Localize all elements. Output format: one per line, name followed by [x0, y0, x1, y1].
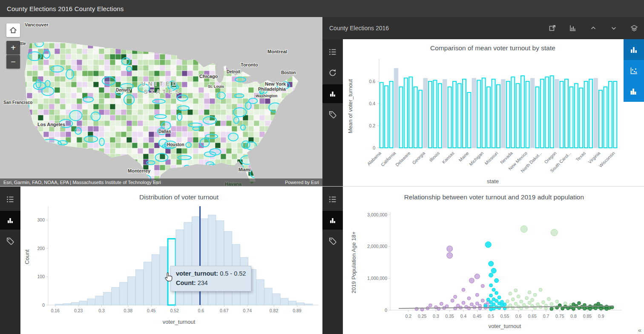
scatter-point[interactable] — [489, 273, 493, 277]
scatter-point[interactable] — [481, 299, 484, 302]
scatter-point[interactable] — [533, 293, 537, 297]
scatter-point[interactable] — [578, 302, 581, 305]
bar-chart-type-button[interactable] — [624, 39, 644, 60]
bar-selected[interactable] — [428, 81, 432, 148]
bar-selected[interactable] — [589, 79, 592, 148]
bar-selected[interactable] — [535, 87, 539, 148]
scatter-point[interactable] — [489, 294, 493, 297]
histogram-chart-type-button[interactable] — [624, 81, 644, 102]
bar-selected[interactable] — [463, 79, 466, 148]
collapse-up-button[interactable] — [589, 23, 598, 33]
bar-selected[interactable] — [492, 79, 495, 148]
scatter-point[interactable] — [528, 291, 531, 294]
bar[interactable] — [264, 288, 272, 305]
tag-button[interactable] — [322, 232, 343, 250]
bar-selected[interactable] — [516, 84, 520, 148]
legend-button[interactable] — [322, 190, 343, 209]
map-panel[interactable]: UNITEDSTATESVancouverSeattleMontrealToro… — [0, 17, 322, 186]
scatter-point[interactable] — [440, 302, 443, 305]
bar[interactable] — [256, 279, 264, 305]
bar-selected[interactable] — [584, 81, 588, 148]
scatter-point[interactable] — [500, 300, 504, 304]
scatter-point[interactable] — [550, 302, 553, 306]
bar[interactable] — [135, 270, 143, 305]
bar-selected[interactable] — [575, 84, 578, 148]
scatter-point[interactable] — [503, 303, 506, 306]
bar-selected[interactable] — [599, 90, 602, 148]
bar[interactable] — [208, 215, 216, 305]
home-button[interactable] — [6, 23, 20, 37]
us-counties-map[interactable]: UNITEDSTATESVancouverSeattleMontrealToro… — [0, 17, 322, 186]
scatter-point[interactable] — [541, 300, 545, 304]
bar[interactable] — [296, 303, 304, 305]
scatter-point[interactable] — [454, 307, 457, 310]
bar[interactable] — [305, 304, 312, 305]
scatter-point[interactable] — [451, 299, 454, 302]
bar[interactable] — [530, 78, 535, 148]
scatter-point[interactable] — [550, 307, 553, 311]
scatter-point[interactable] — [485, 242, 491, 248]
bar[interactable] — [95, 296, 103, 305]
open-chart-window-button[interactable] — [548, 23, 557, 33]
scatter-point[interactable] — [492, 288, 495, 291]
history-button[interactable] — [322, 63, 343, 82]
scatter-point[interactable] — [489, 308, 493, 311]
bar-selected[interactable] — [545, 77, 549, 148]
bar[interactable] — [423, 78, 427, 148]
bar[interactable] — [501, 79, 505, 148]
scatter-point[interactable] — [481, 284, 484, 288]
scatter-point[interactable] — [486, 298, 490, 301]
bar-selected[interactable] — [385, 86, 388, 148]
bar-selected[interactable] — [609, 81, 612, 148]
bar-selected[interactable] — [579, 88, 583, 148]
bar[interactable] — [394, 68, 398, 148]
scatter-point[interactable] — [467, 297, 471, 300]
bar[interactable] — [555, 79, 559, 148]
scatter-point[interactable] — [525, 297, 529, 300]
bar[interactable] — [71, 302, 79, 305]
scatter-point[interactable] — [528, 301, 531, 305]
scatter-point[interactable] — [506, 299, 509, 303]
bar-selected[interactable] — [409, 77, 412, 148]
bar[interactable] — [281, 298, 288, 305]
scatter-point[interactable] — [495, 291, 498, 295]
turnout-population-scatter[interactable]: Relationship between voter turnout and 2… — [343, 187, 644, 334]
bar[interactable] — [593, 78, 598, 148]
chart-options-button[interactable] — [568, 23, 578, 33]
scatter-point[interactable] — [475, 302, 479, 305]
bar-selected[interactable] — [511, 77, 515, 148]
zoom-in-button[interactable]: + — [6, 41, 20, 55]
voter-turnout-histogram[interactable]: Distribution of voter turnout0100200300C… — [20, 187, 322, 334]
zoom-out-button[interactable]: − — [6, 55, 20, 69]
scatter-point[interactable] — [536, 303, 540, 306]
bar[interactable] — [79, 301, 87, 305]
scatter-point[interactable] — [509, 292, 512, 295]
bar[interactable] — [55, 304, 63, 305]
bar-selected[interactable] — [569, 87, 573, 148]
bar-selected[interactable] — [521, 76, 524, 148]
scatter-point[interactable] — [447, 253, 453, 259]
scatter-point[interactable] — [467, 307, 471, 310]
bar-selected[interactable] — [467, 92, 471, 148]
scatter-point[interactable] — [514, 302, 518, 305]
scatter-point[interactable] — [555, 300, 559, 303]
bar-selected[interactable] — [604, 87, 607, 148]
scatter-point[interactable] — [447, 246, 453, 252]
bar-selected[interactable] — [560, 81, 564, 148]
bar-selected[interactable] — [482, 78, 486, 148]
scatter-point[interactable] — [478, 307, 482, 310]
bar-selected[interactable] — [438, 84, 442, 148]
bar-selected[interactable] — [414, 87, 417, 148]
legend-button[interactable] — [0, 190, 20, 209]
chart-button-active[interactable] — [322, 211, 343, 230]
bar-selected[interactable] — [540, 79, 544, 148]
scatter-point[interactable] — [547, 297, 550, 301]
bar[interactable] — [192, 217, 200, 305]
bar-selected[interactable] — [404, 78, 408, 148]
state-turnout-bar-chart[interactable]: Comparison of mean voter turnout by stat… — [343, 39, 624, 186]
bar-selected[interactable] — [526, 81, 529, 148]
scatter-point[interactable] — [495, 299, 498, 302]
scatter-chart-type-button[interactable] — [624, 60, 644, 81]
scatter-point[interactable] — [511, 298, 515, 301]
scatter-point[interactable] — [509, 304, 512, 307]
